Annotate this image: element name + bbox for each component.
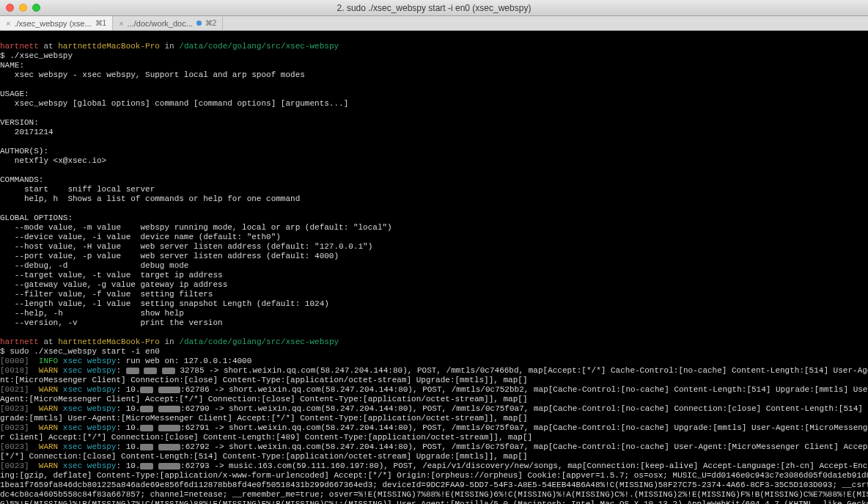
close-icon[interactable]: × <box>6 19 10 28</box>
log-level-info: INFO <box>39 357 58 365</box>
log-level-warn: WARN <box>39 366 58 375</box>
redacted-ip <box>140 463 153 470</box>
window-title: 2. sudo ./xsec_webspy start -i en0 (xsec… <box>0 3 868 13</box>
tab-shortcut: ⌘2 <box>205 19 217 27</box>
prompt-path: /data/code/golang/src/xsec-webspy <box>179 42 339 51</box>
tabbar: × ./xsec_webspy (xse... ⌘1 × .../doc/wor… <box>0 16 868 31</box>
redacted-ip <box>158 425 180 431</box>
terminal-output[interactable]: hartnett at hartnettdeMacBook-Pro in /da… <box>0 31 868 504</box>
redacted-ip <box>126 368 139 374</box>
redacted-ip <box>158 463 180 470</box>
redacted-ip <box>162 368 175 374</box>
command-line: $ sudo ./xsec_webspy start -i en0 <box>0 347 160 356</box>
redacted-ip <box>140 387 153 393</box>
command-line: $ ./xsec_webspy <box>0 51 73 60</box>
dirty-indicator-icon <box>196 21 202 26</box>
redacted-ip <box>140 425 153 431</box>
traffic-lights <box>0 4 40 12</box>
tab-shortcut: ⌘1 <box>95 19 107 27</box>
close-icon[interactable]: × <box>119 19 123 28</box>
prompt-user: hartnett <box>0 42 39 51</box>
titlebar: 2. sudo ./xsec_webspy start -i en0 (xsec… <box>0 0 868 16</box>
tab-label: .../doc/work_doc... <box>128 19 193 28</box>
redacted-ip <box>158 444 180 450</box>
prompt-host: hartnettdeMacBook-Pro <box>58 42 160 51</box>
zoom-icon[interactable] <box>32 4 40 12</box>
minimize-icon[interactable] <box>19 4 27 12</box>
redacted-ip <box>144 368 157 374</box>
tab-terminal-1[interactable]: × ./xsec_webspy (xse... ⌘1 <box>0 16 113 30</box>
tab-label: ./xsec_webspy (xse... <box>14 19 91 28</box>
redacted-ip <box>140 444 153 450</box>
redacted-ip <box>158 387 180 393</box>
redacted-ip <box>158 406 180 412</box>
redacted-ip <box>140 406 153 412</box>
tab-terminal-2[interactable]: × .../doc/work_doc... ⌘2 <box>113 16 223 30</box>
close-icon[interactable] <box>6 4 14 12</box>
